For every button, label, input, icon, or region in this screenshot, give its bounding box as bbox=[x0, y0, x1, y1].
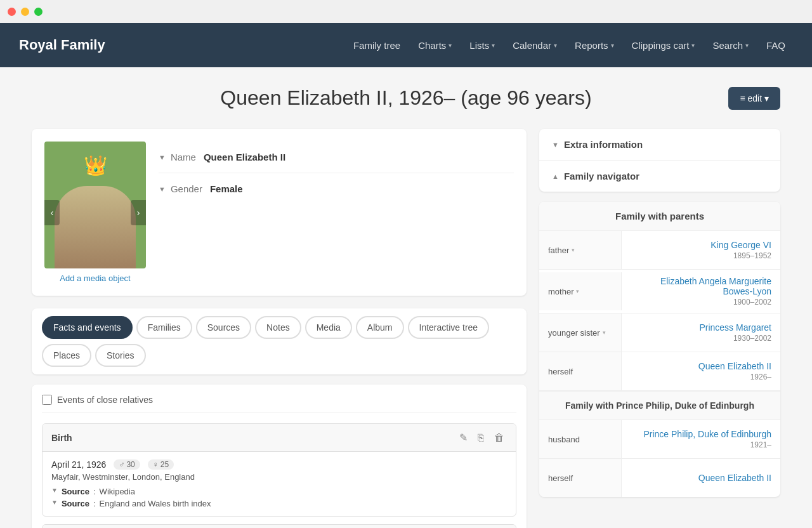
profile-section: ‹ › Add a media object ▼ Name Queen Eliz… bbox=[32, 129, 527, 296]
source1-value: Wikipedia bbox=[100, 487, 135, 496]
photo-next-button[interactable]: › bbox=[131, 200, 146, 225]
source1-label: Source bbox=[62, 487, 89, 496]
family-navigator-section[interactable]: ▲ Family navigator bbox=[539, 161, 780, 192]
father-name-link[interactable]: King George VI bbox=[631, 240, 771, 250]
tab-media[interactable]: Media bbox=[305, 316, 352, 339]
minimize-button[interactable] bbox=[21, 8, 29, 16]
extra-info-label: Extra information bbox=[564, 139, 643, 150]
add-media-link[interactable]: Add a media object bbox=[44, 274, 146, 283]
photo-prev-button[interactable]: ‹ bbox=[44, 200, 60, 225]
tabs-row-1: Facts and events Families Sources Notes … bbox=[42, 316, 516, 339]
birth-male-badge: ♂30 bbox=[114, 459, 140, 470]
edit-button[interactable]: ≡ edit ▾ bbox=[728, 87, 780, 110]
husband-dates: 1921– bbox=[631, 440, 771, 449]
nav-menu: Family tree Charts ▾ Lists ▾ Calendar ▾ … bbox=[346, 35, 793, 56]
nav-charts[interactable]: Charts ▾ bbox=[410, 35, 459, 56]
birth-event-card: Birth ✎ ⎘ 🗑 April 21, 1926 ♂30 ♀25 bbox=[42, 423, 516, 517]
info-panel: ▼ Extra information ▲ Family navigator bbox=[539, 129, 780, 192]
right-column: ▼ Extra information ▲ Family navigator F… bbox=[539, 129, 780, 528]
female-icon: ♀ bbox=[153, 460, 159, 469]
name-label: Name bbox=[171, 152, 196, 162]
tab-places[interactable]: Places bbox=[42, 344, 91, 367]
tab-sources[interactable]: Sources bbox=[196, 316, 251, 339]
content-grid: ‹ › Add a media object ▼ Name Queen Eliz… bbox=[32, 129, 780, 528]
husband-name-link[interactable]: Prince Philip, Duke of Edinburgh bbox=[631, 429, 771, 439]
tab-stories[interactable]: Stories bbox=[95, 344, 146, 367]
birth-female-badge: ♀25 bbox=[148, 459, 174, 470]
baptism-event-header: Baptism bbox=[43, 525, 516, 528]
nav-faq[interactable]: FAQ bbox=[759, 35, 793, 56]
younger-sister-dates: 1930–2002 bbox=[631, 334, 771, 343]
source2-toggle[interactable]: ▼ bbox=[51, 499, 58, 506]
name-field: ▼ Name Queen Elizabeth II bbox=[159, 142, 514, 173]
family-panel: Family with parents father ▾ King George… bbox=[539, 202, 780, 497]
birth-delete-button[interactable]: 🗑 bbox=[492, 430, 507, 445]
younger-sister-role[interactable]: younger sister ▾ bbox=[539, 314, 622, 352]
father-person: King George VI 1895–1952 bbox=[622, 234, 780, 267]
male-icon: ♂ bbox=[119, 460, 124, 469]
gender-label: Gender bbox=[171, 183, 202, 194]
info-fields: ▼ Name Queen Elizabeth II ▼ Gender Femal… bbox=[159, 142, 514, 283]
younger-sister-caret: ▾ bbox=[603, 329, 606, 336]
family-nav-toggle: ▲ bbox=[552, 173, 559, 180]
birth-date: April 21, 1926 bbox=[51, 459, 106, 470]
close-relatives-checkbox[interactable] bbox=[42, 395, 52, 405]
extra-info-section[interactable]: ▼ Extra information bbox=[539, 129, 780, 161]
extra-info-toggle: ▼ bbox=[552, 141, 559, 148]
source2-value: England and Wales birth index bbox=[100, 499, 211, 508]
mother-role[interactable]: mother ▾ bbox=[539, 272, 622, 310]
nav-lists[interactable]: Lists ▾ bbox=[462, 35, 502, 56]
birth-edit-button[interactable]: ✎ bbox=[457, 430, 470, 445]
source2-label: Source bbox=[62, 499, 89, 508]
herself-parents-name[interactable]: Queen Elizabeth II bbox=[631, 361, 771, 371]
close-button[interactable] bbox=[8, 8, 16, 16]
reports-caret: ▾ bbox=[611, 42, 614, 49]
events-filter: Events of close relatives bbox=[42, 395, 516, 413]
father-role[interactable]: father ▾ bbox=[539, 231, 622, 269]
birth-event-type: Birth bbox=[51, 433, 72, 443]
source1-colon: : bbox=[93, 487, 96, 496]
herself-philip-name[interactable]: Queen Elizabeth II bbox=[631, 473, 771, 483]
nav-clippings-cart[interactable]: Clippings cart ▾ bbox=[624, 35, 703, 56]
clippings-caret: ▾ bbox=[691, 42, 695, 49]
family-nav-label: Family navigator bbox=[564, 171, 639, 182]
tab-facts-events[interactable]: Facts and events bbox=[42, 316, 133, 339]
tab-families[interactable]: Families bbox=[136, 316, 192, 339]
birth-event-body: April 21, 1926 ♂30 ♀25 Mayfair, Westmins… bbox=[43, 452, 516, 516]
gender-toggle[interactable]: ▼ bbox=[159, 185, 166, 193]
herself-philip-person: Queen Elizabeth II bbox=[622, 466, 780, 489]
father-row: father ▾ King George VI 1895–1952 bbox=[539, 231, 780, 270]
name-toggle[interactable]: ▼ bbox=[159, 154, 166, 161]
birth-date-row: April 21, 1926 ♂30 ♀25 bbox=[51, 459, 507, 470]
mother-name-link[interactable]: Elizabeth Angela Marguerite Bowes-Lyon bbox=[631, 276, 771, 296]
younger-sister-person: Princess Margaret 1930–2002 bbox=[622, 316, 780, 349]
nav-calendar[interactable]: Calendar ▾ bbox=[505, 35, 565, 56]
mother-role-caret: ▾ bbox=[576, 288, 579, 294]
birth-event-actions: ✎ ⎘ 🗑 bbox=[457, 430, 507, 445]
mother-person: Elizabeth Angela Marguerite Bowes-Lyon 1… bbox=[622, 270, 780, 313]
herself-philip-role: herself bbox=[539, 459, 622, 497]
lists-caret: ▾ bbox=[492, 42, 495, 49]
gender-value: Female bbox=[210, 183, 243, 194]
tab-interactive-tree[interactable]: Interactive tree bbox=[408, 316, 490, 339]
younger-sister-name-link[interactable]: Princess Margaret bbox=[631, 322, 771, 333]
birth-event-header: Birth ✎ ⎘ 🗑 bbox=[43, 424, 516, 452]
nav-family-tree[interactable]: Family tree bbox=[346, 35, 408, 56]
source2-colon: : bbox=[93, 499, 96, 508]
close-relatives-label: Events of close relatives bbox=[57, 395, 153, 405]
nav-reports[interactable]: Reports ▾ bbox=[567, 35, 622, 56]
maximize-button[interactable] bbox=[34, 8, 43, 16]
calendar-caret: ▾ bbox=[554, 42, 557, 49]
mother-row: mother ▾ Elizabeth Angela Marguerite Bow… bbox=[539, 270, 780, 314]
titlebar bbox=[0, 0, 812, 23]
brand-logo[interactable]: Royal Family bbox=[19, 37, 105, 53]
herself-parents-row: herself Queen Elizabeth II 1926– bbox=[539, 352, 780, 391]
birth-copy-button[interactable]: ⎘ bbox=[475, 430, 487, 445]
source1-toggle[interactable]: ▼ bbox=[51, 487, 58, 494]
nav-search[interactable]: Search ▾ bbox=[705, 35, 756, 56]
page-title: Queen Elizabeth II, 1926– (age 96 years) bbox=[220, 86, 591, 110]
husband-person: Prince Philip, Duke of Edinburgh 1921– bbox=[622, 423, 780, 456]
tab-notes[interactable]: Notes bbox=[255, 316, 301, 339]
husband-row: husband Prince Philip, Duke of Edinburgh… bbox=[539, 420, 780, 459]
tab-album[interactable]: Album bbox=[356, 316, 404, 339]
